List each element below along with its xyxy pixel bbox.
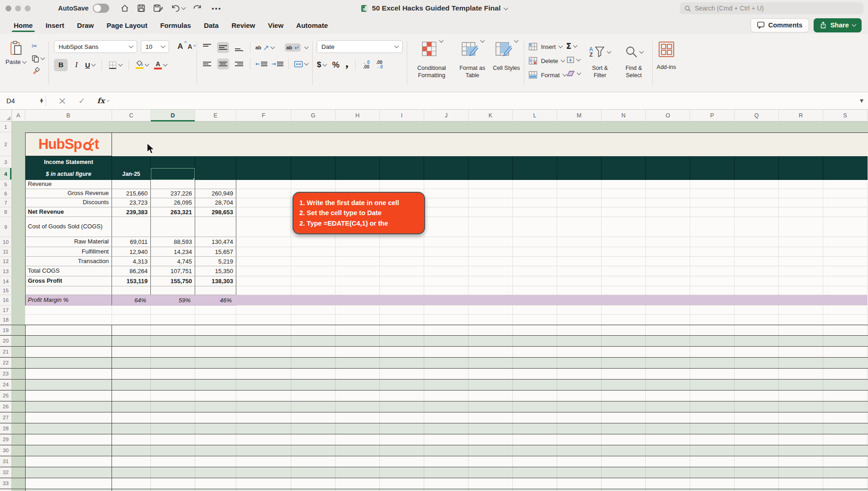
cell[interactable] xyxy=(236,391,291,401)
cell[interactable] xyxy=(236,445,291,456)
column-header-B[interactable]: B xyxy=(25,110,112,121)
cell[interactable] xyxy=(513,456,557,467)
cell[interactable] xyxy=(513,358,557,368)
period-cell[interactable]: Jan-25 xyxy=(112,168,151,180)
cell[interactable] xyxy=(823,306,868,315)
cell[interactable] xyxy=(513,306,557,315)
share-button[interactable]: Share xyxy=(814,18,862,32)
cell[interactable] xyxy=(380,467,424,478)
cell[interactable] xyxy=(112,478,151,489)
cell[interactable] xyxy=(735,423,779,434)
formula-input[interactable] xyxy=(109,92,860,109)
cell[interactable] xyxy=(424,445,469,456)
cell[interactable] xyxy=(380,315,424,325)
cell[interactable] xyxy=(779,336,823,346)
cell[interactable] xyxy=(112,315,151,325)
cell[interactable] xyxy=(195,315,236,325)
cell[interactable] xyxy=(380,325,424,335)
cell[interactable] xyxy=(602,180,646,189)
cell[interactable] xyxy=(779,180,823,189)
cell[interactable] xyxy=(12,380,25,390)
cell[interactable] xyxy=(335,295,380,306)
cut-button[interactable]: ✂ xyxy=(32,42,44,50)
share-menu-chevron[interactable] xyxy=(852,22,857,27)
cell[interactable] xyxy=(236,266,291,276)
cell[interactable] xyxy=(236,276,291,286)
row-header-18[interactable]: 18 xyxy=(0,315,12,325)
cell[interactable] xyxy=(557,266,602,276)
cell[interactable] xyxy=(25,489,112,491)
cell[interactable] xyxy=(690,189,735,198)
cell[interactable] xyxy=(151,369,195,379)
cell[interactable] xyxy=(646,478,690,489)
cell[interactable] xyxy=(690,412,735,423)
column-header-G[interactable]: G xyxy=(291,110,335,121)
cell[interactable] xyxy=(513,237,557,247)
cell[interactable] xyxy=(236,434,291,445)
cell[interactable] xyxy=(195,401,236,412)
bold-button[interactable]: B xyxy=(54,59,68,71)
cell[interactable] xyxy=(513,207,557,217)
cell[interactable] xyxy=(335,456,380,467)
cell[interactable] xyxy=(690,456,735,467)
cell[interactable] xyxy=(646,358,690,368)
cell[interactable] xyxy=(823,358,868,368)
cell[interactable] xyxy=(513,391,557,401)
cell[interactable] xyxy=(646,295,690,306)
row-header-16[interactable]: 16 xyxy=(0,295,12,306)
cell[interactable] xyxy=(112,132,868,156)
cell[interactable] xyxy=(151,336,195,346)
cell[interactable] xyxy=(291,347,335,357)
cell[interactable] xyxy=(735,156,779,168)
cell-label[interactable] xyxy=(25,286,112,295)
cell[interactable] xyxy=(469,276,513,286)
save-as-icon[interactable] xyxy=(153,4,163,13)
cell-value[interactable]: 86,264 xyxy=(112,266,151,276)
row-header-4[interactable]: 4 xyxy=(0,168,12,180)
cell[interactable] xyxy=(12,315,25,325)
cell[interactable] xyxy=(602,347,646,357)
column-header-H[interactable]: H xyxy=(335,110,380,121)
cell[interactable] xyxy=(646,336,690,346)
cell[interactable] xyxy=(557,369,602,379)
cell[interactable] xyxy=(779,401,823,412)
cell[interactable] xyxy=(735,358,779,368)
shrink-font-button[interactable]: A^ xyxy=(188,43,192,50)
cell[interactable] xyxy=(236,168,291,180)
column-header-O[interactable]: O xyxy=(646,110,690,121)
cell[interactable] xyxy=(424,156,469,168)
cell[interactable] xyxy=(291,168,335,180)
cell[interactable] xyxy=(690,276,735,286)
cell[interactable] xyxy=(823,478,868,489)
cell[interactable] xyxy=(735,391,779,401)
cell[interactable] xyxy=(112,325,151,335)
font-size-select[interactable]: 10 xyxy=(141,40,169,53)
copy-menu-chevron[interactable] xyxy=(41,56,45,60)
cell[interactable] xyxy=(646,467,690,478)
cell[interactable] xyxy=(690,434,735,445)
cell[interactable] xyxy=(469,189,513,198)
cell[interactable] xyxy=(513,325,557,335)
cell-value[interactable]: 237,226 xyxy=(151,189,195,198)
cell[interactable] xyxy=(380,412,424,423)
cell[interactable] xyxy=(646,189,690,198)
cell[interactable] xyxy=(236,412,291,423)
cell[interactable] xyxy=(823,286,868,295)
column-header-I[interactable]: I xyxy=(380,110,424,121)
font-name-select[interactable]: HubSpot Sans xyxy=(54,40,137,53)
cell[interactable] xyxy=(335,358,380,368)
cell[interactable] xyxy=(469,325,513,335)
cell[interactable] xyxy=(151,306,195,315)
cell[interactable] xyxy=(513,380,557,390)
cell[interactable] xyxy=(380,401,424,412)
delete-cells-button[interactable]: Delete xyxy=(528,55,566,66)
cell[interactable] xyxy=(112,380,151,390)
cell-value[interactable]: 23,723 xyxy=(112,198,151,207)
cell[interactable] xyxy=(557,401,602,412)
cancel-entry-button[interactable]: × xyxy=(58,96,66,106)
cell[interactable] xyxy=(335,257,380,266)
cell[interactable] xyxy=(151,380,195,390)
row-header-23[interactable]: 23 xyxy=(0,369,12,379)
cell[interactable] xyxy=(779,489,823,491)
font-color-menu-chevron[interactable] xyxy=(163,62,168,67)
